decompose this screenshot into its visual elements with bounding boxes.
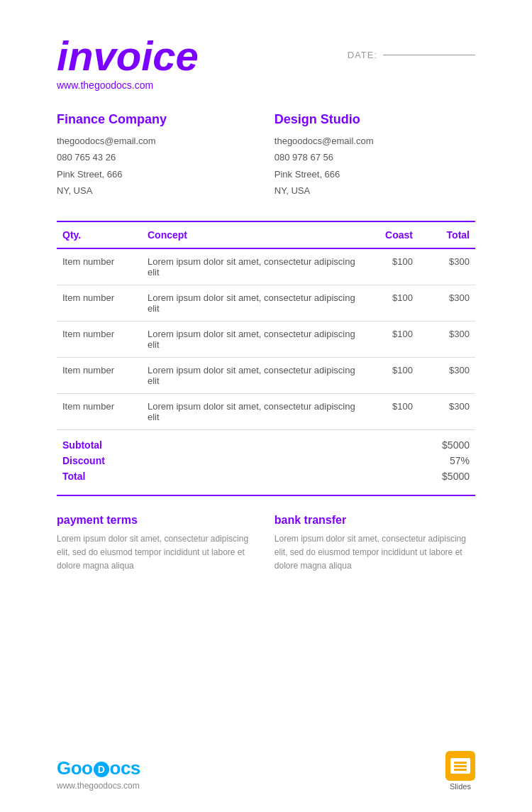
- recipient-name: Design Studio: [275, 112, 475, 127]
- discount-row: Discount 57%: [57, 453, 475, 468]
- row-qty: Item number: [57, 321, 142, 357]
- col-concept: Concept: [142, 221, 362, 248]
- row-total: $300: [419, 321, 475, 357]
- header-website: www.thegoodocs.com: [57, 79, 199, 91]
- slides-lines: [454, 760, 467, 772]
- col-qty: Qty.: [57, 221, 142, 248]
- logo-goo: Goo: [57, 757, 93, 779]
- slide-line-3: [454, 769, 467, 771]
- row-coast: $100: [362, 248, 419, 285]
- footer: GooDocs www.thegoodocs.com Slides: [57, 751, 475, 791]
- slide-line-2: [454, 765, 467, 767]
- footer-website: www.thegoodocs.com: [57, 781, 140, 791]
- payment-terms-block: payment terms Lorem ipsum dolor sit amet…: [57, 514, 257, 574]
- date-value: [383, 55, 475, 55]
- payment-terms-text: Lorem ipsum dolor sit amet, consectetur …: [57, 532, 257, 574]
- sender-party: Finance Company thegoodocs@email.com 080…: [57, 112, 257, 199]
- subtotal-value: $5000: [413, 439, 470, 451]
- goodocs-logo: GooDocs: [57, 757, 140, 779]
- logo-d-circle: D: [94, 762, 109, 777]
- sender-email: thegoodocs@email.com: [57, 133, 257, 149]
- logo-ocs: ocs: [110, 757, 140, 779]
- discount-label: Discount: [62, 455, 204, 466]
- sender-phone: 080 765 43 26: [57, 149, 257, 165]
- row-qty: Item number: [57, 357, 142, 393]
- row-concept: Lorem ipsum dolor sit amet, consectetur …: [142, 321, 362, 357]
- total-row: Total $5000: [57, 468, 475, 484]
- row-coast: $100: [362, 285, 419, 321]
- invoice-title: invoice: [57, 35, 199, 77]
- total-label: Total: [62, 471, 204, 482]
- recipient-phone: 080 978 67 56: [275, 149, 475, 165]
- slides-label: Slides: [450, 782, 471, 791]
- invoice-table: Qty. Concept Coast Total Item number Lor…: [57, 221, 475, 430]
- slides-icon-box: [445, 751, 475, 781]
- footer-logo: GooDocs www.thegoodocs.com: [57, 757, 140, 791]
- slide-line-1: [454, 762, 467, 764]
- date-section: DATE:: [348, 50, 475, 60]
- bank-transfer-block: bank transfer Lorem ipsum dolor sit amet…: [275, 514, 475, 574]
- row-coast: $100: [362, 357, 419, 393]
- sender-address: Pink Street, 666: [57, 166, 257, 182]
- row-total: $300: [419, 393, 475, 429]
- total-value: $5000: [413, 471, 470, 482]
- recipient-email: thegoodocs@email.com: [275, 133, 475, 149]
- row-concept: Lorem ipsum dolor sit amet, consectetur …: [142, 285, 362, 321]
- sender-city: NY, USA: [57, 182, 257, 199]
- col-total: Total: [419, 221, 475, 248]
- payment-section: payment terms Lorem ipsum dolor sit amet…: [57, 514, 475, 574]
- row-coast: $100: [362, 321, 419, 357]
- slides-badge: Slides: [445, 751, 475, 791]
- payment-terms-title: payment terms: [57, 514, 257, 527]
- table-row: Item number Lorem ipsum dolor sit amet, …: [57, 321, 475, 357]
- row-total: $300: [419, 285, 475, 321]
- table-header-row: Qty. Concept Coast Total: [57, 221, 475, 248]
- row-concept: Lorem ipsum dolor sit amet, consectetur …: [142, 248, 362, 285]
- recipient-party: Design Studio thegoodocs@email.com 080 9…: [275, 112, 475, 199]
- table-row: Item number Lorem ipsum dolor sit amet, …: [57, 393, 475, 429]
- row-coast: $100: [362, 393, 419, 429]
- invoice-page: invoice www.thegoodocs.com DATE: Finance…: [0, 0, 532, 812]
- summary-section: Subtotal $5000 Discount 57% Total $5000: [57, 437, 475, 496]
- subtotal-label: Subtotal: [62, 439, 204, 451]
- date-label: DATE:: [348, 50, 377, 60]
- row-total: $300: [419, 248, 475, 285]
- subtotal-row: Subtotal $5000: [57, 437, 475, 453]
- table-row: Item number Lorem ipsum dolor sit amet, …: [57, 357, 475, 393]
- bank-transfer-text: Lorem ipsum dolor sit amet, consectetur …: [275, 532, 475, 574]
- row-qty: Item number: [57, 393, 142, 429]
- header-section: invoice www.thegoodocs.com DATE:: [57, 35, 475, 91]
- parties-section: Finance Company thegoodocs@email.com 080…: [57, 112, 475, 199]
- row-qty: Item number: [57, 285, 142, 321]
- row-qty: Item number: [57, 248, 142, 285]
- recipient-city: NY, USA: [275, 182, 475, 199]
- recipient-address: Pink Street, 666: [275, 166, 475, 182]
- slides-inner: [450, 758, 470, 774]
- logo-section: invoice www.thegoodocs.com: [57, 35, 199, 91]
- col-coast: Coast: [362, 221, 419, 248]
- bank-transfer-title: bank transfer: [275, 514, 475, 527]
- row-concept: Lorem ipsum dolor sit amet, consectetur …: [142, 357, 362, 393]
- row-concept: Lorem ipsum dolor sit amet, consectetur …: [142, 393, 362, 429]
- discount-value: 57%: [413, 455, 470, 466]
- row-total: $300: [419, 357, 475, 393]
- table-row: Item number Lorem ipsum dolor sit amet, …: [57, 285, 475, 321]
- sender-name: Finance Company: [57, 112, 257, 127]
- table-row: Item number Lorem ipsum dolor sit amet, …: [57, 248, 475, 285]
